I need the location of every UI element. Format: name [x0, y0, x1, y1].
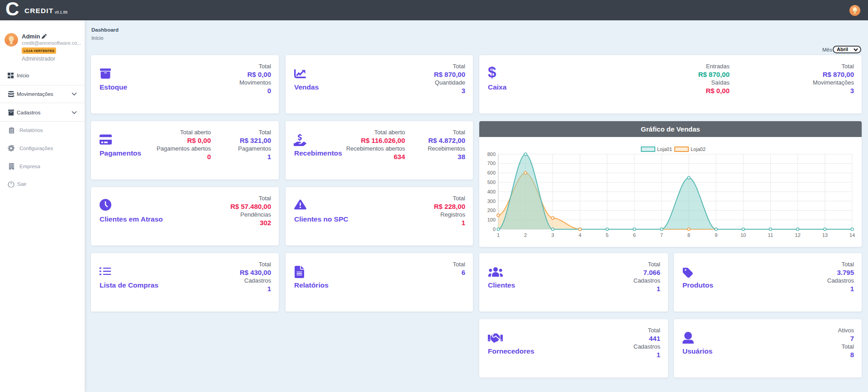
svg-text:400: 400 [487, 189, 496, 194]
svg-text:800: 800 [487, 151, 496, 157]
svg-text:100: 100 [487, 217, 496, 222]
svg-text:Loja02: Loja02 [691, 146, 706, 152]
svg-text:600: 600 [487, 170, 496, 175]
svg-text:14: 14 [849, 232, 855, 238]
svg-text:11: 11 [768, 232, 773, 238]
svg-text:12: 12 [795, 232, 801, 238]
svg-text:500: 500 [487, 179, 496, 185]
svg-text:8: 8 [687, 232, 690, 238]
svg-text:1: 1 [497, 232, 500, 238]
svg-text:300: 300 [487, 198, 496, 204]
svg-text:0: 0 [493, 227, 496, 232]
svg-text:Loja01: Loja01 [657, 146, 672, 152]
svg-text:3: 3 [551, 232, 554, 238]
svg-text:6: 6 [633, 232, 636, 238]
svg-text:7: 7 [660, 232, 663, 238]
svg-text:13: 13 [822, 232, 828, 238]
svg-text:10: 10 [740, 232, 746, 238]
svg-text:200: 200 [487, 208, 496, 213]
svg-text:4: 4 [578, 232, 581, 238]
svg-text:9: 9 [715, 232, 717, 238]
svg-text:700: 700 [487, 161, 496, 166]
svg-text:5: 5 [606, 232, 609, 238]
svg-text:2: 2 [524, 232, 527, 238]
